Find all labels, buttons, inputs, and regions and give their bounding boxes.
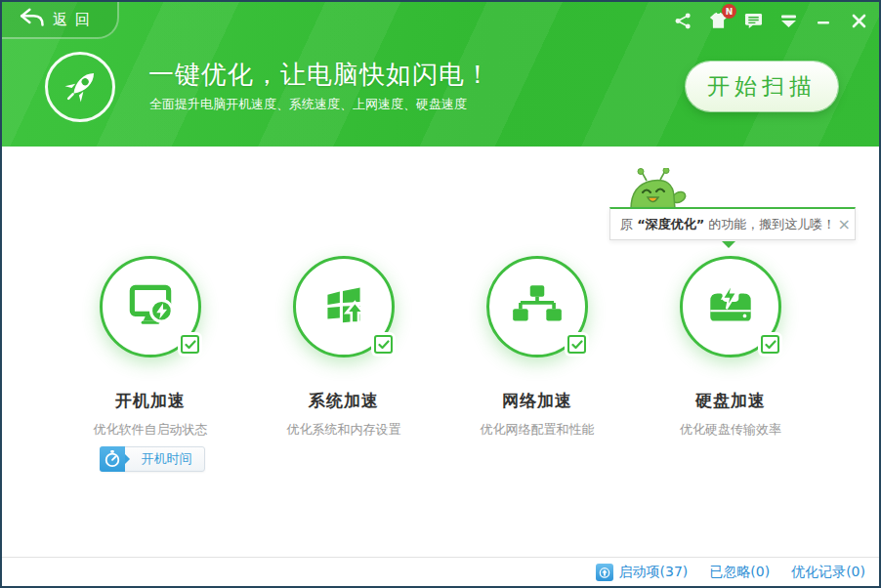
module-title: 系统加速 [248,390,440,412]
windows-up-icon [315,276,372,337]
network-speedup-checkbox[interactable] [567,335,586,354]
footer-records-link[interactable]: 优化记录(0) [791,564,865,581]
disk-speedup-checkbox[interactable] [761,335,779,354]
footer-ignored-link[interactable]: 已忽略(0) [709,564,770,581]
app-window: 返回 N [0,0,881,588]
minimize-icon[interactable] [813,10,834,31]
boot-time-button[interactable]: 开机时间 [100,446,205,472]
module-description: 优化软件自启动状态 [55,421,246,439]
module-title: 开机加速 [55,390,246,412]
module-disk-speedup: 硬盘加速 优化硬盘传输效率 [635,256,826,476]
footer-startup-items-label: 启动项(37) [619,564,689,581]
module-boot-speedup: 开机加速 优化软件自启动状态 [55,256,246,476]
module-system-speedup: 系统加速 优化系统和内存设置 [248,256,440,476]
module-title: 网络加速 [441,390,633,412]
close-icon[interactable] [848,10,869,31]
module-title: 硬盘加速 [635,390,826,412]
mascot-icon [627,168,688,209]
header-title: 一键优化，让电脑快如闪电！ [148,58,491,92]
module-description: 优化网络配置和性能 [441,421,633,439]
share-icon[interactable] [672,10,693,31]
back-button-label: 返回 [53,11,98,29]
stopwatch-icon [100,446,125,472]
startup-items-icon [596,564,613,581]
rocket-icon [45,52,115,122]
back-button[interactable]: 返回 [2,2,119,39]
start-scan-button[interactable]: 开始扫描 [686,62,838,111]
module-network-speedup: 网络加速 优化网络配置和性能 [441,256,633,476]
footer-ignored-label: 已忽略(0) [709,564,770,581]
network-nodes-icon [509,276,566,337]
notification-badge: N [722,4,736,19]
boot-speedup-checkbox[interactable] [181,335,199,354]
back-arrow-icon [18,7,45,32]
tooltip-close-icon[interactable]: × [835,215,852,233]
header-subtitle: 全面提升电脑开机速度、系统速度、上网速度、硬盘速度 [149,96,467,113]
boot-time-button-label: 开机时间 [125,447,204,471]
titlebar-icons: N [672,10,869,31]
module-description: 优化系统和内存设置 [248,421,440,439]
feedback-message-icon[interactable] [742,10,764,31]
module-description: 优化硬盘传输效率 [635,421,826,439]
system-speedup-checkbox[interactable] [374,335,393,354]
skin-shirt-icon[interactable]: N [707,10,729,31]
footer-startup-items-link[interactable]: 启动项(37) [596,564,689,581]
header-banner: 返回 N [2,2,879,147]
footer-bar: 启动项(37) 已忽略(0) 优化记录(0) [2,557,879,586]
monitor-bolt-icon [122,276,179,337]
footer-records-label: 优化记录(0) [791,564,865,581]
disk-bolt-icon [702,276,759,337]
deep-optimize-tooltip: 原 “深度优化” 的功能，搬到这儿喽！ × [609,207,856,240]
main-menu-icon[interactable] [777,10,799,31]
tooltip-text: 原 “深度优化” 的功能，搬到这儿喽！ [620,216,835,233]
tooltip-pointer [722,241,735,248]
